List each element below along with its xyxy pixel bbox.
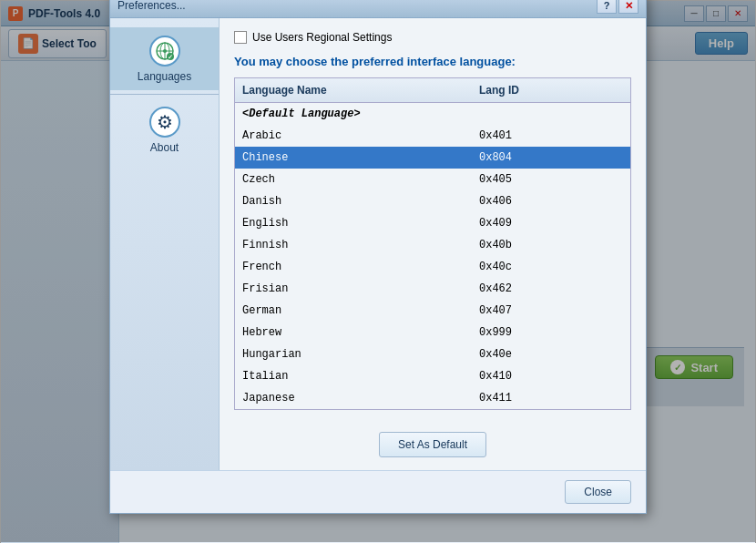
lang-row-11[interactable]: Hungarian0x40e — [235, 343, 630, 365]
checkbox-row: Use Users Regional Settings — [234, 31, 631, 44]
lang-name-9: German — [235, 302, 472, 319]
table-header: Language Name Lang ID — [235, 78, 630, 103]
lang-row-0[interactable]: <Default Language> — [235, 103, 630, 125]
modal-body: ✓ Languages ⚙ About — [110, 18, 646, 470]
languages-nav-icon: ✓ — [148, 35, 181, 67]
lang-name-12: Italian — [235, 368, 472, 384]
nav-about[interactable]: ⚙ About — [110, 98, 219, 161]
lang-id-12: 0x410 — [472, 368, 630, 384]
lang-id-10: 0x999 — [472, 324, 630, 341]
globe-icon: ✓ — [149, 36, 180, 67]
lang-row-5[interactable]: English0x409 — [235, 212, 630, 234]
modal-overlay: Preferences... ? ✕ — [1, 1, 755, 542]
lang-id-1: 0x401 — [472, 128, 630, 144]
lang-name-2: Chinese — [235, 149, 472, 166]
header-lang-id: Lang ID — [472, 82, 630, 98]
language-table: Language Name Lang ID <Default Language>… — [234, 77, 631, 410]
lang-id-4: 0x406 — [472, 193, 630, 210]
set-default-button[interactable]: Set As Default — [379, 432, 486, 457]
lang-name-7: French — [235, 259, 472, 275]
lang-id-2: 0x804 — [472, 149, 630, 166]
lang-id-8: 0x462 — [472, 281, 630, 297]
lang-name-4: Danish — [235, 193, 472, 210]
lang-row-9[interactable]: German0x407 — [235, 300, 630, 322]
preferences-modal: Preferences... ? ✕ — [109, 0, 647, 514]
lang-id-13: 0x411 — [472, 390, 630, 406]
lang-id-5: 0x409 — [472, 215, 630, 231]
lang-id-3: 0x405 — [472, 171, 630, 188]
modal-title-bar: Preferences... ? ✕ — [110, 0, 646, 18]
app-window: P PDF-Tools 4.0 ─ □ ✕ 📄 Select Too Help … — [0, 0, 756, 543]
about-nav-icon: ⚙ — [148, 106, 181, 138]
lang-name-8: Frisian — [235, 281, 472, 297]
svg-point-4 — [163, 49, 167, 53]
lang-id-0 — [472, 106, 630, 122]
modal-close-title-button[interactable]: ✕ — [618, 0, 639, 14]
lang-row-8[interactable]: Frisian0x462 — [235, 278, 630, 300]
modal-title: Preferences... — [117, 0, 597, 12]
table-body[interactable]: <Default Language>Arabic0x401Chinese0x80… — [235, 103, 630, 408]
lang-id-9: 0x407 — [472, 302, 630, 319]
regional-settings-checkbox[interactable] — [234, 31, 247, 44]
lang-row-7[interactable]: French0x40c — [235, 256, 630, 278]
header-language-name: Language Name — [235, 82, 472, 98]
lang-row-4[interactable]: Danish0x406 — [235, 190, 630, 212]
modal-footer: Close — [110, 470, 646, 513]
lang-row-13[interactable]: Japanese0x411 — [235, 387, 630, 408]
lang-row-3[interactable]: Czech0x405 — [235, 169, 630, 190]
language-subtitle: You may choose the preferred interface l… — [234, 55, 631, 68]
svg-text:✓: ✓ — [168, 54, 173, 60]
modal-help-button[interactable]: ? — [597, 0, 617, 14]
nav-divider — [110, 94, 219, 95]
lang-row-6[interactable]: Finnish0x40b — [235, 234, 630, 256]
nav-about-label: About — [150, 141, 179, 154]
lang-name-13: Japanese — [235, 390, 472, 406]
modal-close-button[interactable]: Close — [565, 480, 631, 504]
nav-languages[interactable]: ✓ Languages — [110, 27, 219, 90]
modal-main-content: Use Users Regional Settings You may choo… — [220, 18, 646, 470]
modal-sidebar: ✓ Languages ⚙ About — [110, 18, 220, 470]
gear-icon: ⚙ — [149, 107, 180, 138]
lang-name-11: Hungarian — [235, 346, 472, 363]
nav-languages-label: Languages — [138, 70, 191, 83]
lang-row-2[interactable]: Chinese0x804 — [235, 147, 630, 169]
lang-name-5: English — [235, 215, 472, 231]
lang-name-10: Hebrew — [235, 324, 472, 341]
lang-id-7: 0x40c — [472, 259, 630, 275]
lang-name-1: Arabic — [235, 128, 472, 144]
checkbox-label: Use Users Regional Settings — [252, 31, 392, 44]
lang-row-12[interactable]: Italian0x410 — [235, 365, 630, 387]
modal-controls: ? ✕ — [597, 0, 639, 14]
lang-name-6: Finnish — [235, 237, 472, 253]
lang-row-10[interactable]: Hebrew0x999 — [235, 322, 630, 343]
lang-id-11: 0x40e — [472, 346, 630, 363]
lang-row-1[interactable]: Arabic0x401 — [235, 125, 630, 147]
lang-name-3: Czech — [235, 171, 472, 188]
lang-name-0: <Default Language> — [235, 106, 472, 122]
lang-id-6: 0x40b — [472, 237, 630, 253]
